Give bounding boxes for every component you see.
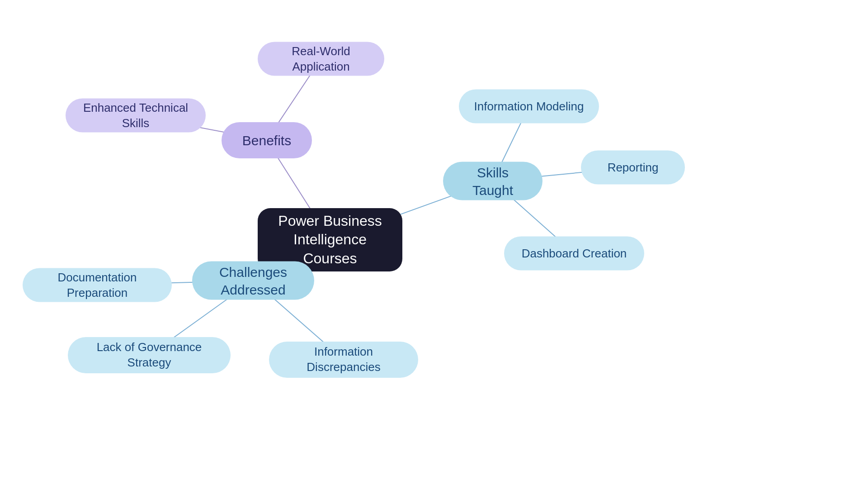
mindmap-container: Power Business Intelligence Courses Bene… xyxy=(0,0,868,490)
information-modeling-node: Information Modeling xyxy=(459,90,599,124)
reporting-node: Reporting xyxy=(581,151,685,185)
skills-taught-node: Skills Taught xyxy=(443,162,542,200)
information-discrepancies-node: Information Discrepancies xyxy=(269,342,418,378)
benefits-node: Benefits xyxy=(222,122,312,158)
dashboard-creation-node: Dashboard Creation xyxy=(504,237,644,271)
enhanced-technical-node: Enhanced Technical Skills xyxy=(66,99,206,133)
documentation-preparation-node: Documentation Preparation xyxy=(23,268,172,302)
lack-governance-node: Lack of Governance Strategy xyxy=(68,337,231,373)
challenges-addressed-node: Challenges Addressed xyxy=(192,262,314,300)
connections-svg xyxy=(0,0,868,490)
real-world-node: Real-World Application xyxy=(258,42,384,76)
